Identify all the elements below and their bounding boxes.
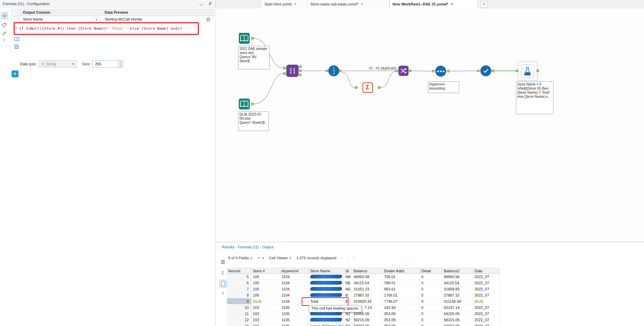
cell-dealer_adds[interactable]: 142.94: [383, 304, 420, 311]
cell-name[interactable]: [309, 280, 344, 286]
cell-store[interactable]: 103: [251, 304, 280, 311]
cell-name[interactable]: [309, 274, 344, 280]
cell-date[interactable]: 2022_07: [473, 286, 500, 292]
cell-date[interactable]: 2022_07: [473, 317, 500, 323]
cell-balance[interactable]: 27887.32: [352, 292, 383, 298]
cell-dealer_adds[interactable]: 903.61: [383, 286, 420, 292]
input-data-tool-1[interactable]: [238, 32, 250, 44]
row-selector[interactable]: 9: [227, 298, 251, 304]
results-title[interactable]: Results - Formula (11) - Output: [222, 245, 273, 249]
close-tab-icon[interactable]: ×: [361, 2, 363, 6]
close-tab-icon[interactable]: ×: [451, 2, 453, 6]
cell-balance[interactable]: 63932.09: [352, 323, 383, 326]
cell-date[interactable]: 2022_07: [473, 274, 500, 280]
cell-balance2[interactable]: 49960.58: [442, 274, 473, 280]
cell-balance2[interactable]: 64032.09: [442, 323, 473, 326]
cell-hyperion[interactable]: 1105: [280, 323, 309, 326]
cell-store[interactable]: 105: [251, 286, 280, 292]
cell-balance2[interactable]: 27887.32: [442, 292, 473, 298]
cell-st[interactable]: NB: [344, 274, 352, 280]
cell-name[interactable]: [309, 317, 344, 323]
tag-icon[interactable]: [1, 22, 7, 28]
cell-store[interactable]: 105: [251, 280, 280, 286]
column-header-store-[interactable]: Store #: [251, 268, 280, 274]
cell-dealer_adds[interactable]: 736.01: [383, 274, 420, 280]
chevron-down-icon[interactable]: [199, 2, 203, 5]
cell-date[interactable]: 2022_07: [473, 311, 500, 317]
column-header-hyperion-[interactable]: Hyperion#: [280, 268, 309, 274]
cell-detail[interactable]: 0: [420, 317, 442, 323]
row-selector[interactable]: 6: [227, 280, 251, 286]
column-header-detail[interactable]: Detail: [420, 268, 442, 274]
row-selector[interactable]: 12: [227, 317, 251, 323]
help-icon[interactable]: ?: [219, 290, 226, 297]
summarize-tool[interactable]: Σ: [362, 82, 373, 93]
sigma-icon[interactable]: Σ: [219, 269, 226, 276]
size-stepper[interactable]: ▲▼: [118, 61, 123, 67]
cell-store[interactable]: [Null]: [251, 298, 280, 304]
pencil-icon[interactable]: [1, 30, 7, 36]
cell-dealer_adds[interactable]: 788.01: [383, 280, 420, 286]
pin-icon[interactable]: [208, 1, 212, 6]
cell-balance2[interactable]: 64155.09: [442, 311, 473, 317]
cell-balance[interactable]: 31651.23: [352, 286, 383, 292]
row-selector[interactable]: 10: [227, 304, 251, 311]
column-header-balance2[interactable]: Balance2: [442, 268, 473, 274]
join-tool[interactable]: [286, 65, 299, 77]
tool-annotation-input-1[interactable]: 2022 DAE sample store.xlsx Query=`NV Sto…: [238, 46, 270, 69]
cell-balance2[interactable]: 58315.09: [442, 317, 473, 323]
cell-st[interactable]: N2: [344, 317, 352, 323]
cell-detail[interactable]: 0: [420, 286, 442, 292]
cell-hyperion[interactable]: 1104: [280, 286, 309, 292]
cell-date[interactable]: 2022_07: [473, 280, 500, 286]
data-preview-header[interactable]: Data Preview: [101, 9, 214, 16]
cell-date[interactable]: 2022_07: [473, 292, 500, 298]
metadata-view-icon[interactable]: [219, 259, 226, 265]
tool-annotation-input-2[interactable]: QLIK-2022-07-NV.xlsx Query=`Sheet1$`: [238, 112, 269, 131]
scroll-down-icon[interactable]: ↓: [347, 256, 350, 261]
tool-annotation-formula[interactable]: Store Name = if IsNull([Store #]) then […: [516, 81, 553, 114]
cell-date[interactable]: 2022_07: [473, 323, 500, 326]
cell-store[interactable]: 103: [251, 317, 280, 323]
row-selector[interactable]: 5: [227, 274, 251, 280]
column-header-st[interactable]: St: [344, 268, 352, 274]
cell-detail[interactable]: 0: [420, 298, 442, 304]
output-column-header[interactable]: Output Column: [20, 9, 101, 16]
cell-balance[interactable]: 310929.34: [352, 298, 383, 304]
cell-date[interactable]: 2022_07: [473, 304, 500, 311]
cell-st[interactable]: NE: [344, 286, 352, 292]
cell-dealer_adds[interactable]: 7746.07: [383, 298, 420, 304]
cell-dealer_adds[interactable]: 353.09: [383, 323, 420, 326]
cell-hyperion[interactable]: 1105: [280, 311, 309, 317]
tab-new-workflow1[interactable]: New Workflow1--DAE 01.yxmd* ×: [389, 0, 478, 8]
cell-balance2[interactable]: 31858.83: [442, 286, 473, 292]
cell-store[interactable]: 105: [251, 274, 280, 280]
tool-annotation-sort[interactable]: Hyperion# - Ascending: [428, 81, 459, 93]
cell-detail[interactable]: 0: [420, 274, 442, 280]
configuration-panel-header[interactable]: Formula (11) - Configuration: [0, 0, 216, 8]
add-output-column-button[interactable]: +: [12, 70, 18, 77]
cell-st[interactable]: N2: [344, 323, 352, 326]
cell-store[interactable]: 103: [251, 323, 280, 326]
cell-hyperion[interactable]: 1104: [280, 274, 309, 280]
help-icon[interactable]: ?: [1, 38, 7, 44]
connection-label[interactable]: #1 - #2 (duplicate): [368, 66, 397, 70]
tab-start-here[interactable]: Start Here.yxmd ×: [262, 0, 307, 8]
delete-column-icon[interactable]: [206, 17, 210, 22]
cell-balance2[interactable]: 34115.54: [442, 280, 473, 286]
cell-hyperion[interactable]: 1104: [280, 280, 309, 286]
column-dropdown-icon[interactable]: ▼: [94, 17, 99, 23]
cell-detail[interactable]: 0: [420, 323, 442, 326]
data-view-icon[interactable]: [219, 280, 227, 287]
column-header-record[interactable]: Record: [227, 268, 251, 274]
fields-dropdown[interactable]: 9 of 9 Fields ▼: [228, 256, 253, 260]
cell-balance2[interactable]: 311136.94: [442, 298, 473, 304]
union-tool[interactable]: [398, 66, 409, 76]
output-column-cell[interactable]: Store Name ▼: [20, 16, 101, 23]
cell-viewer-dropdown[interactable]: Cell Viewer ▼: [269, 256, 292, 260]
close-tab-icon[interactable]: ×: [294, 2, 296, 6]
functions-book-icon[interactable]: [14, 37, 19, 41]
cell-store[interactable]: 105: [251, 292, 280, 298]
row-selector[interactable]: 13: [227, 323, 251, 326]
formula-tool[interactable]: [521, 65, 534, 78]
